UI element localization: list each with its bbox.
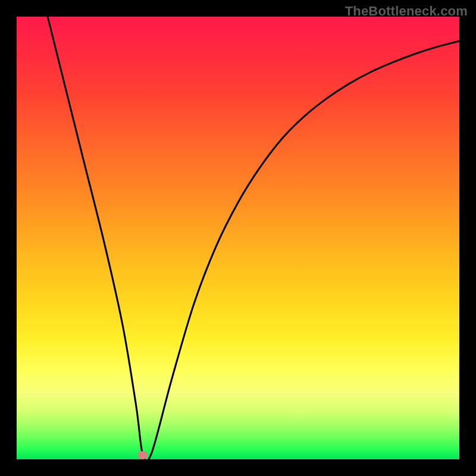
curve-svg	[17, 17, 459, 459]
chart-frame: TheBottleneck.com	[0, 0, 476, 476]
watermark-text: TheBottleneck.com	[345, 4, 468, 19]
bottleneck-curve	[48, 17, 459, 459]
plot-area	[17, 17, 459, 459]
optimum-marker	[138, 451, 148, 459]
